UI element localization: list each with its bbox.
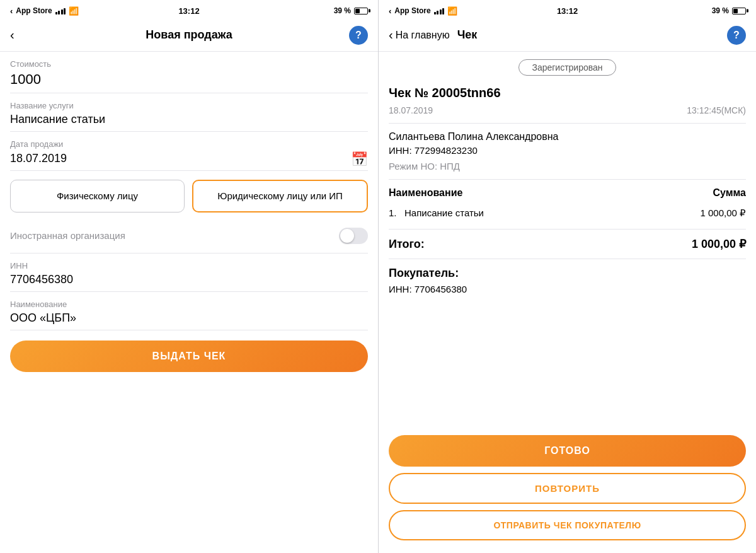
ready-button[interactable]: ГОТОВО	[389, 435, 746, 467]
org-name-value[interactable]: ООО «ЦБП»	[10, 311, 368, 327]
foreign-org-label: Иностранная организация	[10, 230, 125, 241]
left-nav-title: Новая продажа	[146, 28, 232, 42]
buyer-label: Покупатель:	[389, 267, 746, 280]
receipt-seller-section: Силантьева Полина Александровна ИНН: 772…	[389, 124, 746, 180]
left-battery-fill	[355, 9, 360, 13]
repeat-button[interactable]: ПОВТОРИТЬ	[389, 473, 746, 504]
right-status-time: 13:12	[557, 6, 578, 16]
r-signal-bar-4	[442, 8, 444, 15]
item-name: Написание статьи	[404, 207, 484, 218]
buyer-type-row: Физическому лицу Юридическому лицу или И…	[10, 171, 368, 219]
receipt-content: Зарегистрирован Чек № 20005tnn66 18.07.2…	[379, 52, 756, 430]
service-value[interactable]: Написание статьи	[10, 113, 368, 129]
check-number: Чек № 20005tnn66	[389, 81, 746, 103]
left-battery-percent: 39 %	[334, 6, 351, 15]
org-name-label: Наименование	[10, 300, 368, 309]
seller-inn: ИНН: 772994823230	[389, 145, 746, 156]
r-signal-bar-1	[434, 12, 436, 15]
r-signal-bar-3	[440, 9, 442, 15]
receipt-items-section: Наименование Сумма 1. Написание статьи 1…	[389, 180, 746, 230]
receipt-total-section: Итого: 1 000,00 ₽	[389, 230, 746, 259]
left-signal-bars	[55, 7, 66, 15]
action-buttons: ГОТОВО ПОВТОРИТЬ ОТПРАВИТЬ ЧЕК ПОКУПАТЕЛ…	[379, 430, 756, 553]
right-nav-bar: ‹ На главную Чек ?	[379, 20, 756, 52]
left-status-time: 13:12	[178, 6, 199, 16]
right-back-button[interactable]: ‹ На главную	[389, 28, 450, 42]
send-receipt-button[interactable]: ОТПРАВИТЬ ЧЕК ПОКУПАТЕЛЮ	[389, 510, 746, 540]
left-status-left: ‹ App Store 📶	[10, 6, 79, 16]
org-name-field-group: Наименование ООО «ЦБП»	[10, 292, 368, 330]
right-back-arrow-status: ‹	[389, 6, 391, 16]
service-label: Название услуги	[10, 101, 368, 110]
inn-field-group: ИНН 7706456380	[10, 253, 368, 292]
left-back-arrow: ‹	[10, 28, 14, 42]
right-status-left: ‹ App Store 📶	[389, 6, 457, 16]
status-badge-row: Зарегистрирован	[389, 52, 746, 81]
inn-label: ИНН	[10, 261, 368, 271]
individual-button[interactable]: Физическому лицу	[10, 180, 185, 212]
left-nav-bar: ‹ Новая продажа ?	[0, 20, 378, 52]
right-help-label: ?	[733, 30, 740, 41]
issue-btn-container: ВЫДАТЬ ЧЕК	[10, 330, 368, 385]
cost-label: Стоимость	[10, 59, 368, 69]
right-signal-bars	[434, 7, 445, 15]
left-status-right: 39 %	[334, 6, 368, 15]
date-row: 18.07.2019 📅	[10, 151, 368, 168]
r-signal-bar-2	[437, 11, 438, 15]
inn-value[interactable]: 7706456380	[10, 273, 368, 289]
foreign-org-toggle-row: Иностранная организация	[10, 219, 368, 253]
buyer-inn: ИНН: 7706456380	[389, 284, 746, 294]
right-wifi-icon: 📶	[447, 6, 457, 16]
receipt-date-time-row: 18.07.2019 13:12:45(МСК)	[389, 103, 746, 124]
signal-bar-2	[58, 11, 60, 15]
receipt-time: 13:12:45(МСК)	[687, 105, 746, 115]
item-amount: 1 000,00 ₽	[700, 207, 746, 219]
legal-button[interactable]: Юридическому лицу или ИП	[192, 180, 368, 212]
right-battery-percent: 39 %	[712, 6, 729, 15]
receipt-items-header: Наименование Сумма	[389, 187, 746, 199]
left-back-arrow-status: ‹	[10, 6, 13, 16]
left-help-button[interactable]: ?	[349, 26, 368, 45]
date-field-group: Дата продажи 18.07.2019 📅	[10, 132, 368, 171]
calendar-icon[interactable]: 📅	[351, 151, 368, 168]
signal-bar-1	[55, 12, 57, 15]
left-help-label: ?	[355, 30, 362, 41]
col-sum-header: Сумма	[713, 187, 746, 199]
total-label: Итого:	[389, 238, 425, 251]
status-badge: Зарегистрирован	[518, 59, 616, 76]
receipt-date: 18.07.2019	[389, 105, 433, 115]
issue-check-button[interactable]: ВЫДАТЬ ЧЕК	[10, 341, 368, 372]
tax-regime: Режим НО: НПД	[389, 161, 746, 172]
right-status-right: 39 %	[712, 6, 746, 15]
right-phone-screen: ‹ App Store 📶 13:12 39 % ‹	[378, 0, 756, 553]
col-name-header: Наименование	[389, 187, 462, 199]
right-nav-title: Чек	[457, 28, 478, 42]
receipt-buyer-section: Покупатель: ИНН: 7706456380	[389, 259, 746, 302]
right-help-button[interactable]: ?	[727, 26, 746, 45]
left-battery-icon	[354, 8, 368, 15]
right-battery-fill	[733, 9, 738, 13]
foreign-org-toggle[interactable]	[339, 228, 368, 244]
left-appstore-label: App Store	[16, 6, 52, 15]
date-label: Дата продажи	[10, 139, 368, 149]
left-status-bar: ‹ App Store 📶 13:12 39 %	[0, 0, 378, 20]
right-battery-icon	[732, 8, 746, 15]
total-amount: 1 000,00 ₽	[692, 237, 746, 251]
left-wifi-icon: 📶	[69, 6, 79, 16]
right-status-bar: ‹ App Store 📶 13:12 39 %	[379, 0, 756, 20]
service-field-group: Название услуги Написание статьи	[10, 93, 368, 132]
signal-bar-4	[64, 8, 66, 15]
cost-value[interactable]: 1000	[10, 71, 368, 90]
right-appstore-label: App Store	[394, 6, 430, 15]
receipt-item-row: 1. Написание статьи 1 000,00 ₽	[389, 205, 746, 221]
right-back-arrow: ‹	[389, 28, 393, 42]
item-number: 1.	[389, 207, 397, 218]
right-back-text: На главную	[396, 30, 450, 41]
date-value[interactable]: 18.07.2019	[10, 152, 67, 168]
signal-bar-3	[61, 9, 63, 15]
cost-field-group: Стоимость 1000	[10, 52, 368, 93]
left-form-content: Стоимость 1000 Название услуги Написание…	[0, 52, 378, 553]
item-description: 1. Написание статьи	[389, 207, 484, 218]
left-back-button[interactable]: ‹	[10, 28, 14, 42]
left-phone-screen: ‹ App Store 📶 13:12 39 % ‹	[0, 0, 378, 553]
